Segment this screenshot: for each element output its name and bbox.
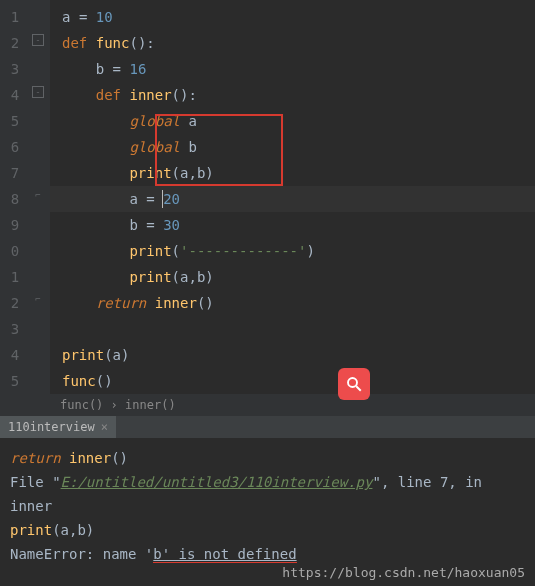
fold-icon[interactable]: - — [32, 34, 44, 46]
code-editor[interactable]: 123 456 789 012 345 - - ⌐ ⌐ a = 10 def f… — [0, 0, 535, 394]
code-area[interactable]: a = 10 def func(): b = 16 def inner(): g… — [50, 0, 535, 394]
fold-icon[interactable]: - — [32, 86, 44, 98]
fold-end-icon[interactable]: ⌐ — [32, 190, 44, 202]
svg-line-1 — [356, 386, 361, 391]
search-icon — [345, 375, 363, 393]
svg-point-0 — [348, 378, 357, 387]
close-icon[interactable]: × — [101, 420, 108, 434]
tab-interview[interactable]: 110interview × — [0, 416, 116, 438]
line-number-gutter: 123 456 789 012 345 — [0, 0, 30, 394]
console-output[interactable]: return inner() File "E:/untitled/untitle… — [0, 438, 535, 586]
error-text: b' is not defined — [153, 546, 296, 563]
breadcrumb[interactable]: func() › inner() — [0, 394, 535, 416]
file-link[interactable]: E:/untitled/untitled3/110interview.py — [61, 474, 373, 490]
fold-gutter: - - ⌐ ⌐ — [30, 0, 50, 394]
search-button[interactable] — [338, 368, 370, 400]
console-tabs: 110interview × — [0, 416, 535, 438]
fold-end-icon[interactable]: ⌐ — [32, 294, 44, 306]
watermark: https://blog.csdn.net/haoxuan05 — [282, 565, 525, 580]
tab-label: 110interview — [8, 420, 95, 434]
